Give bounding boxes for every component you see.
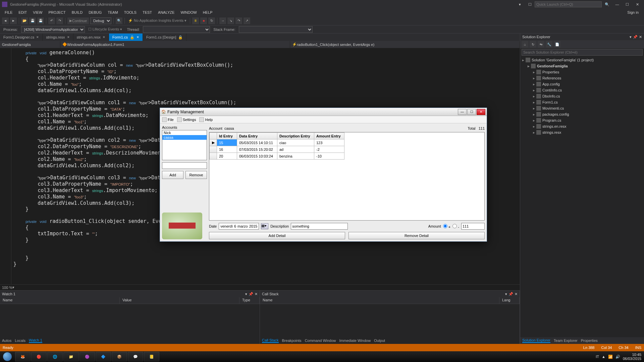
configuration-combo[interactable]: Debug	[90, 17, 111, 24]
menu-test[interactable]: TEST	[140, 10, 155, 15]
show-all-icon[interactable]: 📄	[554, 41, 560, 48]
tree-node[interactable]: ▸strings.resx	[520, 129, 644, 135]
pause-icon[interactable]: ⏸	[192, 17, 199, 24]
side-tab-solution[interactable]: Solution Explorer	[522, 338, 550, 343]
watch-col-type[interactable]: Type	[239, 297, 260, 304]
step-into-icon[interactable]: ↘	[227, 17, 234, 24]
pin-icon[interactable]: 📌	[508, 292, 513, 296]
close-icon[interactable]: ✕	[36, 36, 39, 39]
step-out-icon[interactable]: ↗	[244, 17, 250, 24]
nav-member-combo[interactable]: ⚡ radioButton1_Click(object sender, Even…	[290, 41, 520, 48]
redo-icon[interactable]: ↷	[56, 17, 63, 24]
tree-node[interactable]: ▸ContiInfo.cs	[520, 87, 644, 93]
tab-command-window[interactable]: Command Window	[305, 339, 336, 343]
pin-icon[interactable]: 📌	[249, 292, 253, 296]
tab-breakpoints[interactable]: Breakpoints	[282, 339, 302, 343]
find-icon[interactable]: 🔍	[116, 17, 122, 24]
close-icon[interactable]: ✕	[515, 292, 518, 296]
menu-debug[interactable]: DEBUG	[86, 10, 104, 15]
step-over-icon[interactable]: ↷	[235, 17, 242, 24]
taskbar-app2[interactable]: 📒	[144, 352, 159, 361]
account-item-cassa[interactable]: cassa	[162, 135, 207, 140]
tab-autos[interactable]: Autos	[2, 339, 11, 343]
remove-account-button[interactable]: Remove	[185, 171, 207, 179]
process-combo[interactable]: [4268] WindowsFormsApplication.	[21, 26, 85, 33]
menu-tools[interactable]: TOOLS	[121, 10, 139, 15]
start-button[interactable]	[0, 351, 15, 362]
nav-project-combo[interactable]: GestioneFamiglia	[0, 41, 60, 48]
menu-project[interactable]: PROJECT	[46, 10, 68, 15]
taskbar-virtualbox[interactable]: 📦	[112, 352, 127, 361]
tray-lang[interactable]: IT	[596, 355, 599, 359]
menu-build[interactable]: BUILD	[69, 10, 85, 15]
menu-analyze[interactable]: ANALYZE	[155, 10, 177, 15]
tab-watch1[interactable]: Watch 1	[29, 338, 42, 343]
tab-form1-design[interactable]: Form1.cs [Design]🔒	[143, 34, 186, 41]
notifications-icon[interactable]: ☐	[525, 1, 535, 8]
tree-node[interactable]: ▸App.config	[520, 81, 644, 87]
tab-form1-designer[interactable]: Form1.Designer.cs✕	[0, 34, 43, 41]
taskbar-visual-studio[interactable]: 🟣	[79, 352, 95, 361]
taskbar-skype[interactable]: 💬	[128, 352, 143, 361]
refresh-icon[interactable]: ↻	[530, 41, 536, 48]
lifecycle-label[interactable]: ☐ Lifecycle Events ▾	[87, 27, 124, 32]
account-name-input[interactable]	[162, 162, 207, 169]
side-tab-team[interactable]: Team Explorer	[554, 339, 578, 343]
dropdown-icon[interactable]: ▾	[630, 35, 632, 39]
pin-icon[interactable]: 📌	[633, 35, 638, 39]
description-input[interactable]	[291, 223, 348, 230]
tree-node[interactable]: ▸Movimenti.cs	[520, 105, 644, 111]
date-picker[interactable]: venerdì 6 marzo 2015	[219, 223, 259, 230]
solution-search-input[interactable]	[522, 49, 643, 56]
tab-strings-resx[interactable]: strings.resx✕	[43, 34, 73, 41]
tree-node[interactable]: ▸GestioneFamiglia	[520, 63, 644, 69]
step-next-icon[interactable]: →	[219, 17, 226, 24]
tree-node[interactable]: ▸References	[520, 75, 644, 81]
amount-plus-radio[interactable]: +	[443, 224, 451, 229]
home-icon[interactable]: ⌂	[522, 41, 528, 48]
amount-input[interactable]	[461, 223, 485, 230]
accounts-listbox[interactable]: Nick cassa	[162, 130, 207, 160]
dialog-menu-file[interactable]: File	[162, 117, 174, 122]
tray-volume-icon[interactable]: 🔊	[615, 355, 620, 359]
callstack-col-lang[interactable]: Lang	[499, 297, 520, 304]
thread-combo[interactable]	[143, 26, 210, 33]
insights-label[interactable]: ⚡ No Application Insights Events ▾	[127, 18, 188, 23]
taskbar-ie[interactable]: 🌐	[47, 352, 63, 361]
tab-immediate-window[interactable]: Immediate Window	[339, 339, 371, 343]
taskbar-app[interactable]: 🔷	[96, 352, 111, 361]
add-account-button[interactable]: Add	[162, 171, 183, 179]
side-tab-properties[interactable]: Properties	[581, 339, 598, 343]
callstack-col-name[interactable]: Name	[260, 297, 499, 304]
tree-node[interactable]: ▸Form1.cs	[520, 99, 644, 105]
undo-icon[interactable]: ↶	[48, 17, 55, 24]
account-item-nick[interactable]: Nick	[162, 130, 207, 135]
menu-view[interactable]: VIEW	[30, 10, 45, 15]
close-icon[interactable]: ✕	[639, 35, 642, 39]
nav-back-icon[interactable]: ◄	[2, 17, 9, 24]
close-icon[interactable]: ✕	[255, 292, 258, 296]
restart-icon[interactable]: ↻	[208, 17, 215, 24]
dialog-menu-settings[interactable]: Settings	[177, 117, 196, 122]
save-all-icon[interactable]: 💾	[37, 17, 44, 24]
stop-icon[interactable]: ■	[200, 17, 207, 24]
tree-node[interactable]: ▸packages.config	[520, 111, 644, 117]
taskbar-opera[interactable]: 🔴	[31, 352, 47, 361]
search-icon[interactable]: 🔍	[602, 1, 612, 8]
taskbar-explorer[interactable]: 📁	[63, 352, 79, 361]
feedback-icon[interactable]: ▾	[515, 1, 525, 8]
taskbar-firefox[interactable]: 🦊	[15, 352, 31, 361]
nav-fwd-icon[interactable]: ►	[10, 17, 17, 24]
close-icon[interactable]: ✕	[67, 36, 70, 39]
dropdown-icon[interactable]: ▾	[245, 292, 247, 296]
open-icon[interactable]: 📂	[21, 17, 28, 24]
dialog-close-button[interactable]: ✕	[477, 109, 485, 115]
close-icon[interactable]: ✕	[103, 36, 105, 39]
zoom-level[interactable]: 100 % ▾	[0, 284, 520, 290]
remove-detail-button[interactable]: Remove Detail	[348, 232, 485, 239]
tray-network-icon[interactable]: 📶	[608, 355, 613, 359]
tree-node[interactable]: ▸DboInfo.cs	[520, 93, 644, 99]
sign-in-link[interactable]: Sign in	[624, 10, 642, 15]
tray-flag-icon[interactable]: ▲	[602, 355, 605, 359]
tree-node[interactable]: ▸strings.en.resx	[520, 123, 644, 129]
